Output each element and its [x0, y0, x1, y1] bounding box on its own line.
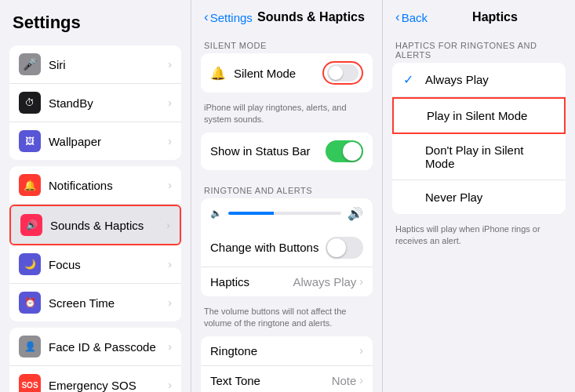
settings-panel: Settings 🎤 Siri › ⏱ StandBy › 🖼 Wallpape… — [0, 0, 191, 392]
ringtone-row[interactable]: Ringtone › — [201, 336, 373, 366]
haptics-content: HAPTICS FOR RINGTONES AND ALERTS ✓ Alway… — [383, 31, 575, 392]
sos-chevron: › — [168, 379, 172, 391]
play-silent-label: Play in Silent Mode — [427, 109, 553, 122]
screentime-label: Screen Time — [49, 296, 168, 310]
haptics-back-button[interactable]: ‹ Back — [395, 9, 428, 25]
wallpaper-chevron: › — [168, 135, 172, 147]
change-buttons-row[interactable]: Change with Buttons — [201, 229, 373, 267]
settings-row-faceid[interactable]: 👤 Face ID & Passcode › — [9, 328, 181, 366]
focus-chevron: › — [168, 258, 172, 270]
haptics-play-silent-row[interactable]: ✓ Play in Silent Mode — [392, 97, 566, 134]
standby-chevron: › — [168, 96, 172, 109]
notifications-label: Notifications — [49, 179, 168, 192]
screentime-chevron: › — [168, 296, 172, 309]
haptics-label: Haptics — [210, 275, 293, 289]
never-play-label: Never Play — [425, 191, 555, 204]
sos-icon: SOS — [19, 374, 41, 392]
faceid-label: Face ID & Passcode — [49, 340, 168, 354]
texttone-label: Text Tone — [210, 374, 332, 387]
bell-icon: 🔔 — [210, 66, 226, 81]
sounds-title: Sounds & Haptics — [253, 10, 369, 24]
siri-chevron: › — [168, 58, 172, 71]
never-play-check: ✓ — [403, 190, 419, 205]
sounds-nav: ‹ Settings Sounds & Haptics — [191, 0, 382, 31]
standby-icon: ⏱ — [19, 92, 41, 114]
faceid-icon: 👤 — [19, 336, 41, 358]
sounds-chevron: › — [166, 219, 170, 231]
status-bar-toggle[interactable] — [326, 140, 363, 162]
no-silent-label: Don't Play in Silent Mode — [425, 143, 555, 170]
volume-slider[interactable] — [228, 212, 341, 215]
silent-mode-row[interactable]: 🔔 Silent Mode — [201, 53, 373, 93]
sounds-icon: 🔊 — [20, 214, 42, 236]
ringtone-chevron: › — [359, 344, 363, 357]
haptics-no-silent-row[interactable]: ✓ Don't Play in Silent Mode — [392, 134, 566, 180]
sounds-panel: ‹ Settings Sounds & Haptics SILENT MODE … — [191, 0, 383, 392]
back-label: Settings — [210, 11, 253, 24]
settings-section-3: 👤 Face ID & Passcode › SOS Emergency SOS… — [9, 328, 181, 392]
texttone-value: Note — [332, 374, 357, 387]
focus-icon: 🌙 — [19, 253, 41, 275]
volume-low-icon: 🔈 — [210, 208, 222, 219]
always-play-label: Always Play — [425, 73, 555, 86]
settings-row-notifications[interactable]: 🔔 Notifications › — [9, 166, 181, 205]
settings-row-screentime[interactable]: ⏰ Screen Time › — [9, 284, 181, 321]
sounds-back-button[interactable]: ‹ Settings — [204, 9, 253, 25]
play-silent-check: ✓ — [405, 108, 420, 123]
settings-row-sounds[interactable]: 🔊 Sounds & Haptics › — [9, 205, 181, 245]
haptics-panel: ‹ Back Haptics HAPTICS FOR RINGTONES AND… — [383, 0, 575, 392]
settings-row-wallpaper[interactable]: 🖼 Wallpaper › — [9, 122, 181, 160]
haptics-title: Haptics — [428, 10, 562, 24]
settings-title: Settings — [0, 0, 191, 39]
haptics-row[interactable]: Haptics Always Play › — [201, 267, 373, 296]
settings-list: 🎤 Siri › ⏱ StandBy › 🖼 Wallpaper › 🔔 Not… — [0, 39, 191, 392]
siri-icon: 🎤 — [19, 53, 41, 75]
back-chevron-icon: ‹ — [204, 9, 209, 25]
settings-section-1: 🎤 Siri › ⏱ StandBy › 🖼 Wallpaper › — [9, 45, 181, 160]
settings-row-sos[interactable]: SOS Emergency SOS › — [9, 366, 181, 392]
status-bar-row[interactable]: Show in Status Bar — [201, 132, 373, 170]
change-buttons-note: The volume buttons will not affect the v… — [191, 303, 382, 336]
ringtone-section-label: RINGTONE AND ALERTS — [191, 176, 382, 198]
silent-mode-note: iPhone will play ringtones, alerts, and … — [191, 99, 382, 132]
haptics-note: Haptics will play when iPhone rings or r… — [383, 220, 575, 254]
settings-row-focus[interactable]: 🌙 Focus › — [9, 245, 181, 284]
silent-mode-section-label: SILENT MODE — [191, 31, 382, 53]
sounds-label: Sounds & Haptics — [50, 219, 166, 232]
silent-mode-toggle[interactable] — [322, 61, 363, 85]
always-play-check: ✓ — [403, 72, 419, 87]
haptics-always-play-row[interactable]: ✓ Always Play — [392, 63, 566, 97]
haptics-section-label: HAPTICS FOR RINGTONES AND ALERTS — [383, 31, 575, 63]
sounds-content: SILENT MODE 🔔 Silent Mode iPhone will pl… — [191, 31, 382, 392]
volume-high-icon: 🔊 — [348, 206, 363, 221]
change-buttons-toggle[interactable] — [326, 237, 363, 259]
haptics-back-label: Back — [402, 11, 428, 24]
settings-row-standby[interactable]: ⏱ StandBy › — [9, 84, 181, 122]
settings-section-2: 🔔 Notifications › 🔊 Sounds & Haptics › 🌙… — [9, 166, 181, 321]
focus-label: Focus — [49, 258, 168, 271]
ringtone-label: Ringtone — [210, 344, 359, 358]
sos-label: Emergency SOS — [49, 379, 168, 392]
haptics-never-play-row[interactable]: ✓ Never Play — [392, 180, 566, 214]
screentime-icon: ⏰ — [19, 292, 41, 314]
texttone-row[interactable]: Text Tone Note › — [201, 366, 373, 392]
haptics-back-chevron-icon: ‹ — [395, 9, 400, 25]
no-silent-check: ✓ — [403, 150, 419, 165]
notifications-chevron: › — [168, 179, 172, 191]
ringtone-section: 🔈 🔊 Change with Buttons Haptics Always P… — [201, 198, 373, 296]
status-bar-section: Show in Status Bar — [201, 132, 373, 170]
status-bar-label: Show in Status Bar — [210, 144, 326, 158]
haptics-options-section: ✓ Always Play ✓ Play in Silent Mode ✓ Do… — [392, 63, 566, 214]
change-buttons-label: Change with Buttons — [210, 241, 326, 254]
silent-mode-label: Silent Mode — [234, 67, 322, 80]
wallpaper-label: Wallpaper — [49, 135, 168, 148]
volume-slider-row[interactable]: 🔈 🔊 — [201, 198, 373, 229]
tones-section: Ringtone › Text Tone Note › New Mail Non… — [201, 336, 373, 392]
siri-label: Siri — [49, 58, 168, 71]
haptics-value: Always Play — [293, 275, 356, 289]
haptics-nav: ‹ Back Haptics — [383, 0, 575, 31]
faceid-chevron: › — [168, 340, 172, 353]
wallpaper-icon: 🖼 — [19, 130, 41, 152]
notifications-icon: 🔔 — [19, 174, 41, 196]
settings-row-siri[interactable]: 🎤 Siri › — [9, 45, 181, 84]
